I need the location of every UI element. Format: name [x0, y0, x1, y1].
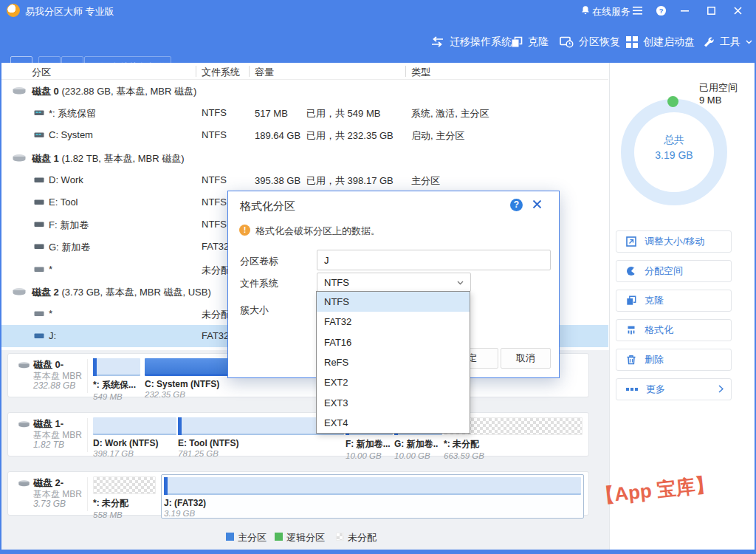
chevron-down-icon [746, 40, 752, 44]
card-divider [87, 477, 88, 511]
partition-name: * [49, 264, 52, 275]
pending-operations-button[interactable]: 没有待执行操作 [84, 56, 171, 78]
card-divider [87, 418, 88, 452]
dropdown-option-ntfs[interactable]: NTFS [317, 292, 470, 312]
legend-primary-swatch [226, 533, 234, 541]
disk0-size: 232.88 GB [33, 380, 75, 391]
disk-icon [18, 361, 30, 369]
partition-fs: NTFS [202, 196, 227, 208]
partition-name: F: 新加卷 [49, 219, 89, 232]
dropdown-option-ext3[interactable]: EXT3 [317, 392, 470, 412]
partition-fs: NTFS [202, 219, 227, 230]
format-button[interactable]: 格式化 [616, 319, 732, 341]
partition-size: 10.00 GB [394, 451, 442, 460]
dialog-help-icon[interactable]: ? [510, 199, 523, 211]
delete-button[interactable]: 删除 [616, 349, 732, 371]
allocate-space-button[interactable]: 分配空间 [616, 260, 732, 282]
disk0-partition-system-reserved[interactable]: *: 系统保... 549 MB [93, 358, 140, 401]
volume-input[interactable] [317, 250, 551, 270]
disk1-partition-d-work[interactable]: D: Work (NTFS) 398.17 GB [93, 417, 176, 458]
partition-name: J: [49, 330, 56, 341]
table-row-d-work[interactable]: D: Work NTFS 395.38 GB已用，共 398.17 GB 主分区 [0, 169, 608, 191]
table-row-disk1[interactable]: 磁盘 1 (1.82 TB, 基本盘, MBR 磁盘) [0, 147, 608, 169]
disk2-partition-unallocated[interactable]: *: 未分配 558 MB [93, 476, 156, 519]
disk2-card: 磁盘 2- 基本盘 MBR 3.73 GB *: 未分配 558 MB J: (… [7, 471, 589, 516]
header-divider [196, 66, 196, 77]
partition-icon [34, 220, 44, 228]
table-row-c-system[interactable]: C: System NTFS 189.64 GB已用，共 232.35 GB 启… [0, 124, 608, 146]
refresh-button[interactable] [10, 56, 32, 78]
create-boot-disk-icon [626, 36, 638, 48]
close-button[interactable] [731, 4, 744, 16]
dropdown-option-ext4[interactable]: EXT4 [317, 413, 470, 433]
format-icon [626, 325, 636, 335]
help-icon[interactable]: ? [654, 4, 667, 16]
create-boot-disk-button[interactable]: 创建启动盘 [626, 21, 695, 63]
partition-icon [34, 265, 44, 273]
clone-button[interactable]: 克隆 [511, 21, 549, 63]
partition-label: D: Work (NTFS) [93, 438, 176, 448]
partition-bar [93, 417, 176, 435]
partition-recovery-button[interactable]: 分区恢复 [560, 21, 620, 63]
partition-type: 启动, 主分区 [411, 129, 464, 143]
partition-icon [34, 310, 44, 317]
disk2-size: 3.73 GB [33, 499, 66, 509]
delete-label: 删除 [645, 353, 664, 366]
col-header-capacity: 容量 [255, 66, 274, 79]
undo-button[interactable] [38, 56, 61, 78]
resize-move-icon [626, 236, 636, 247]
migrate-os-icon [430, 36, 444, 47]
redo-button[interactable] [61, 56, 83, 78]
partition-label: *: 未分配 [93, 497, 156, 510]
partition-size: 398.17 GB [93, 449, 176, 458]
allocate-space-icon [626, 266, 636, 276]
disk-info: (1.82 TB, 基本盘, MBR 磁盘) [61, 153, 184, 164]
table-row-disk0[interactable]: 磁盘 0 (232.88 GB, 基本盘, MBR 磁盘) [0, 80, 608, 102]
disk-icon [12, 154, 27, 163]
maximize-button[interactable] [704, 4, 718, 16]
more-label: 更多 [646, 383, 665, 396]
online-service-button[interactable]: 在线服务 [592, 5, 630, 18]
disk-name: 磁盘 2 [32, 287, 59, 298]
dropdown-option-fat32[interactable]: FAT32 [317, 312, 470, 332]
bell-icon[interactable] [580, 5, 591, 16]
total-value: 3.19 GB [621, 149, 727, 161]
dialog-title: 格式化分区 [240, 199, 295, 213]
partition-bar [164, 477, 581, 495]
minimize-button[interactable] [678, 4, 691, 16]
disk-icon [18, 479, 30, 488]
partition-size: 781.25 GB [178, 449, 344, 458]
disk-icon [12, 287, 27, 296]
capacity-used: 517 MB [255, 108, 306, 119]
table-row-system-reserved[interactable]: *: 系统保留 NTFS 517 MB已用，共 549 MB 系统, 激活, 主… [0, 102, 608, 124]
col-header-filesystem: 文件系统 [202, 66, 240, 79]
filesystem-label: 文件系统 [240, 277, 278, 290]
partition-icon [34, 131, 44, 138]
dropdown-option-fat16[interactable]: FAT16 [317, 332, 470, 352]
tools-button[interactable]: 工具 [703, 21, 752, 63]
partition-bar [93, 358, 140, 376]
partition-icon [34, 242, 44, 250]
dropdown-option-refs[interactable]: ReFS [317, 352, 470, 372]
dialog-close-icon[interactable] [532, 199, 543, 210]
resize-move-button[interactable]: 调整大小/移动 [616, 230, 732, 253]
disk-info: (232.88 GB, 基本盘, MBR 磁盘) [61, 86, 196, 97]
capacity-total: 已用，共 398.17 GB [306, 175, 394, 186]
window-border-bottom [0, 550, 756, 554]
disk1-card: 磁盘 1- 基本盘 MBR 1.82 TB D: Work (NTFS) 398… [7, 412, 589, 456]
migrate-os-button[interactable]: 迁移操作系统 [430, 21, 512, 63]
delete-icon [626, 355, 636, 365]
partition-size: 558 MB [93, 510, 156, 519]
filesystem-select[interactable]: NTFS [317, 273, 471, 292]
menu-icon[interactable] [630, 4, 644, 16]
more-button[interactable]: 更多 [616, 378, 732, 400]
capacity-used: 395.38 GB [255, 175, 306, 186]
cancel-button[interactable]: 取消 [501, 348, 551, 369]
partition-icon [34, 176, 44, 183]
clone-partition-button[interactable]: 克隆 [616, 290, 732, 312]
partition-label: *: 未分配 [444, 438, 583, 451]
partition-name: G: 新加卷 [49, 241, 90, 254]
disk2-partition-j-selected[interactable]: J: (FAT32) 3.19 GB [161, 474, 584, 519]
dropdown-option-ext2[interactable]: EXT2 [317, 372, 470, 392]
tools-label: 工具 [720, 35, 740, 49]
